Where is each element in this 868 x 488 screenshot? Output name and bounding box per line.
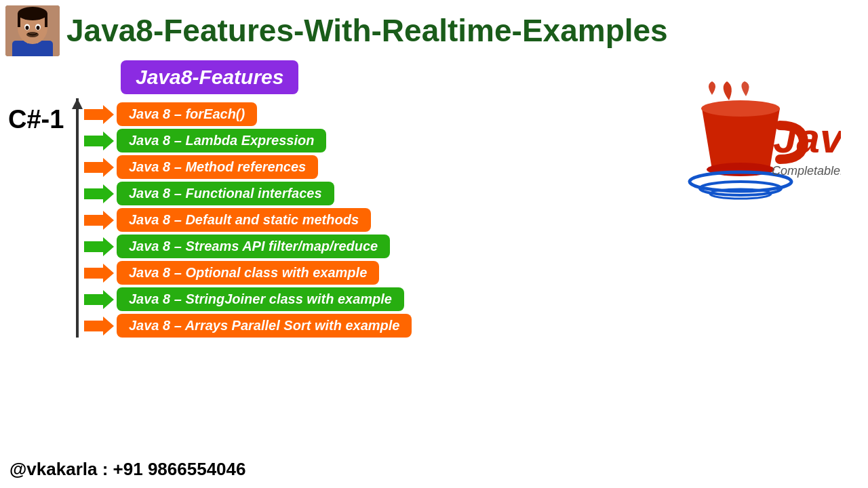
arrow-icon bbox=[84, 290, 114, 309]
list-item: Java 8 – Lambda Expression bbox=[84, 129, 412, 152]
list-item: Java 8 – Optional class with example bbox=[84, 261, 412, 285]
timeline-section: Java 8 – forEach() Java 8 – Lambda Expre… bbox=[76, 98, 412, 338]
list-item: Java 8 – Method references bbox=[84, 155, 412, 179]
svg-text:Java: Java bbox=[773, 115, 841, 161]
arrow-icon bbox=[84, 131, 114, 150]
avatar bbox=[5, 5, 60, 56]
svg-point-10 bbox=[37, 26, 40, 30]
arrow-icon bbox=[84, 237, 114, 256]
svg-point-4 bbox=[18, 7, 47, 20]
features-label: Java8-Features bbox=[121, 60, 298, 94]
header: Java8-Features-With-Realtime-Examples bbox=[0, 0, 868, 59]
list-item: Java 8 – StringJoiner class with example bbox=[84, 287, 412, 311]
list-item: Java 8 – Streams API filter/map/reduce bbox=[84, 235, 412, 258]
item-badge: Java 8 – StringJoiner class with example bbox=[117, 287, 404, 311]
list-item: Java 8 – Default and static methods bbox=[84, 208, 412, 232]
arrow-icon bbox=[84, 317, 114, 336]
svg-point-21 bbox=[701, 100, 780, 117]
arrow-icon bbox=[84, 264, 114, 283]
item-badge: Java 8 – Arrays Parallel Sort with examp… bbox=[117, 314, 412, 338]
svg-marker-20 bbox=[84, 317, 114, 336]
items-list: Java 8 – forEach() Java 8 – Lambda Expre… bbox=[84, 102, 412, 338]
list-item: Java 8 – Functional interfaces bbox=[84, 182, 412, 205]
svg-marker-17 bbox=[84, 237, 114, 256]
svg-marker-12 bbox=[84, 105, 114, 124]
arrow-icon bbox=[84, 105, 114, 124]
chapter-label: C#-1 bbox=[8, 105, 69, 338]
item-badge: Java 8 – Method references bbox=[117, 155, 318, 179]
java-logo-area: Java ™ 8 CompletableFuture bbox=[651, 81, 841, 203]
svg-marker-18 bbox=[84, 264, 114, 283]
item-badge: Java 8 – Functional interfaces bbox=[117, 182, 334, 205]
timeline-line bbox=[76, 98, 79, 338]
item-badge: Java 8 – Optional class with example bbox=[117, 261, 379, 285]
svg-marker-13 bbox=[84, 131, 114, 150]
main-content: C#-1 Java 8 – forEach() Java 8 – Lambda … bbox=[0, 98, 868, 338]
arrow-icon bbox=[84, 211, 114, 230]
list-item: Java 8 – forEach() bbox=[84, 102, 412, 126]
footer: @vkakarla : +91 9866554046 bbox=[9, 459, 246, 480]
page-title: Java8-Features-With-Realtime-Examples bbox=[66, 14, 668, 48]
footer-text: @vkakarla : +91 9866554046 bbox=[9, 459, 246, 479]
arrow-icon bbox=[84, 184, 114, 203]
svg-rect-6 bbox=[45, 14, 47, 27]
svg-text:CompletableFuture: CompletableFuture bbox=[772, 164, 841, 178]
item-badge: Java 8 – forEach() bbox=[117, 102, 257, 126]
svg-rect-5 bbox=[18, 14, 20, 27]
svg-marker-15 bbox=[84, 184, 114, 203]
list-item: Java 8 – Arrays Parallel Sort with examp… bbox=[84, 314, 412, 338]
item-badge: Java 8 – Lambda Expression bbox=[117, 129, 326, 152]
svg-point-9 bbox=[26, 26, 29, 30]
arrow-icon bbox=[84, 158, 114, 177]
svg-marker-16 bbox=[84, 211, 114, 230]
item-badge: Java 8 – Streams API filter/map/reduce bbox=[117, 235, 390, 258]
item-badge: Java 8 – Default and static methods bbox=[117, 208, 371, 232]
svg-marker-14 bbox=[84, 158, 114, 177]
svg-marker-19 bbox=[84, 290, 114, 309]
java-logo-svg: Java ™ 8 CompletableFuture bbox=[651, 81, 841, 203]
